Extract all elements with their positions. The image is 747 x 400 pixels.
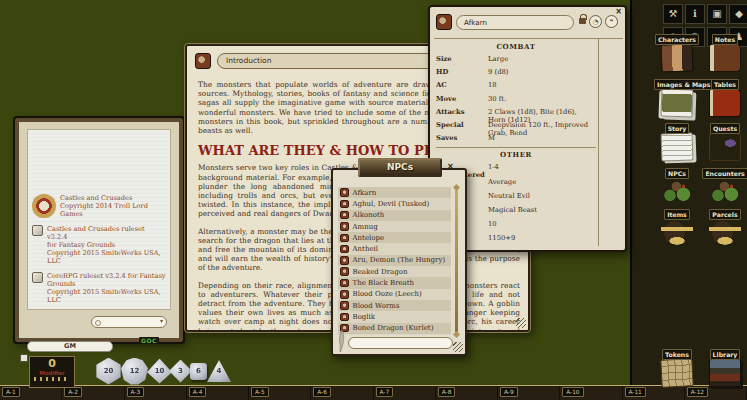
close-icon[interactable]: × <box>615 7 622 16</box>
speech-bubble-icon[interactable]: ❝ <box>605 15 618 28</box>
sidebar-button-story[interactable]: Story <box>654 116 700 161</box>
sidebar-button-notes[interactable]: Notes <box>702 27 747 72</box>
list-item[interactable]: Antheil <box>338 243 451 254</box>
chat-input[interactable]: ▾ <box>91 316 167 328</box>
list-item[interactable]: Antelope <box>338 232 451 243</box>
hotkey-label: A-11 <box>625 387 646 397</box>
npc-token-icon <box>340 188 349 197</box>
sidebar-button-quests[interactable]: Quests <box>702 116 747 161</box>
stat-value[interactable]: Neutral Evil <box>488 192 596 200</box>
list-item[interactable]: Aghul, Devil (Tusked) <box>338 198 451 209</box>
resize-grip[interactable] <box>516 318 526 328</box>
gm-identity-tab: GM <box>27 341 113 352</box>
chat-entry-text: CoreRPG ruleset v3.2.4 for Fantasy Groun… <box>47 272 166 304</box>
party-sheet-icon[interactable]: ℹ <box>685 4 705 24</box>
hotkey-slot[interactable]: A-4 <box>187 386 249 400</box>
story-window-icon[interactable] <box>195 53 211 69</box>
chevron-down-icon[interactable]: ▾ <box>160 317 163 324</box>
stat-label: Move <box>436 95 488 103</box>
hotkey-slot[interactable]: A-7 <box>374 386 436 400</box>
quests-icon <box>709 133 741 161</box>
die-number: 3 <box>169 367 192 375</box>
dice-bag-icon[interactable]: ◆ <box>729 4 747 24</box>
hotkey-slot[interactable]: A-2 <box>62 386 124 400</box>
modifier-box[interactable]: 0 Modifier <box>29 356 75 388</box>
hotkey-label: A-1 <box>2 387 20 397</box>
npc-sheet-icon[interactable] <box>436 14 452 30</box>
stat-value[interactable]: Average <box>488 178 596 186</box>
stat-value[interactable]: 1150+9 <box>488 234 596 242</box>
sidebar-button-images-maps[interactable]: Images & Maps <box>654 72 700 117</box>
chat-mode-badge[interactable]: GOC <box>139 337 159 344</box>
d8-die[interactable]: 3 <box>169 360 192 383</box>
sidebar-button-library[interactable]: Library <box>702 342 747 387</box>
npc-token-icon <box>340 222 349 231</box>
crossed-tools-icon[interactable]: ⚒ <box>663 4 683 24</box>
close-icon[interactable]: × <box>447 162 454 171</box>
list-item[interactable]: Blood Ooze (Leech) <box>338 289 451 300</box>
hotkey-slot[interactable]: A-3 <box>125 386 187 400</box>
clock-icon[interactable]: ◔ <box>589 15 602 28</box>
items-icon <box>661 219 693 247</box>
story-icon <box>661 132 694 161</box>
sidebar-button-characters[interactable]: Characters <box>654 27 700 72</box>
hotkey-slot[interactable]: A-6 <box>311 386 373 400</box>
npc-name-field[interactable]: Afkarn <box>456 15 574 30</box>
stat-row: HD9 (d8) <box>436 68 596 81</box>
filter-input[interactable] <box>348 337 453 349</box>
list-item[interactable]: Blood Worms <box>338 300 451 311</box>
npc-list-title-banner[interactable]: NPCs <box>358 158 442 177</box>
lock-icon[interactable] <box>579 18 586 24</box>
resize-grip[interactable] <box>453 342 463 352</box>
sidebar-button-items[interactable]: Items <box>654 202 700 247</box>
images-maps-icon <box>661 88 694 117</box>
hotkey-slot[interactable]: A-10 <box>560 386 622 400</box>
sidebar-button-parcels[interactable]: Parcels <box>702 202 747 247</box>
encounters-icon <box>709 178 741 206</box>
d10-die[interactable]: 10 <box>147 359 172 384</box>
d4-die[interactable]: 4 <box>207 359 231 383</box>
chat-line: Copyright 2015 SmiteWorks USA, LLC <box>47 249 166 265</box>
stat-value[interactable]: 18 <box>488 81 596 89</box>
list-item[interactable]: Alkonoth <box>338 210 451 221</box>
die-roller-icon[interactable]: ▣ <box>707 4 727 24</box>
stat-value[interactable]: 9 (d8) <box>488 68 596 76</box>
hotkey-slot[interactable]: A-12 <box>685 386 747 400</box>
stat-value[interactable]: 10 <box>488 220 596 228</box>
stat-value[interactable]: Large <box>488 55 596 63</box>
chat-line: for Fantasy Grounds <box>47 241 166 249</box>
list-item[interactable]: Boglik <box>338 311 451 322</box>
stat-value[interactable]: M <box>488 134 596 142</box>
d6-die[interactable]: 6 <box>190 363 207 380</box>
list-item[interactable]: Boned Dragon (Kurlet) <box>338 323 451 334</box>
hotkey-label: A-4 <box>189 387 207 397</box>
hotkey-slot[interactable]: A-9 <box>498 386 560 400</box>
d12-die[interactable]: 12 <box>121 358 148 385</box>
stat-value[interactable]: 1-4 <box>488 163 596 171</box>
d20-die[interactable]: 20 <box>95 358 122 385</box>
hotkey-label: A-8 <box>438 387 456 397</box>
list-item[interactable] <box>338 334 451 335</box>
list-item[interactable]: Beaked Dragon <box>338 266 451 277</box>
stat-value[interactable]: 30 ft. <box>488 95 596 103</box>
npc-list-body: AfkarnAghul, Devil (Tusked)AlkonothAmnug… <box>331 168 467 356</box>
hotkey-slot[interactable]: A-5 <box>249 386 311 400</box>
sidebar-button-tokens[interactable]: Tokens <box>654 342 700 387</box>
list-item[interactable]: The Black Breath <box>338 277 451 288</box>
hotkey-slot[interactable]: A-1 <box>0 386 62 400</box>
list-item[interactable]: Afkarn <box>338 187 451 198</box>
scrollbar[interactable] <box>455 190 458 332</box>
list-item[interactable]: Amnug <box>338 221 451 232</box>
stat-value[interactable]: Magical Beast <box>488 206 596 214</box>
sidebar-button-npcs[interactable]: NPCs <box>654 161 700 206</box>
chat-entry: CoreRPG ruleset v3.2.4 for Fantasy Groun… <box>32 272 166 304</box>
hotkey-slot[interactable]: A-11 <box>623 386 685 400</box>
category-label: Tokens <box>662 349 692 360</box>
sidebar-button-encounters[interactable]: Encounters <box>702 161 747 206</box>
list-item[interactable]: Aru, Demon (The Hungry) <box>338 255 451 266</box>
mini-panel-icon[interactable] <box>20 354 28 362</box>
chat-log[interactable]: Castles and CrusadesCopyright 2014 Troll… <box>27 129 171 310</box>
hotkey-slot[interactable]: A-8 <box>436 386 498 400</box>
die-number: 4 <box>207 367 231 375</box>
story-title-field[interactable]: Introduction <box>217 53 442 69</box>
